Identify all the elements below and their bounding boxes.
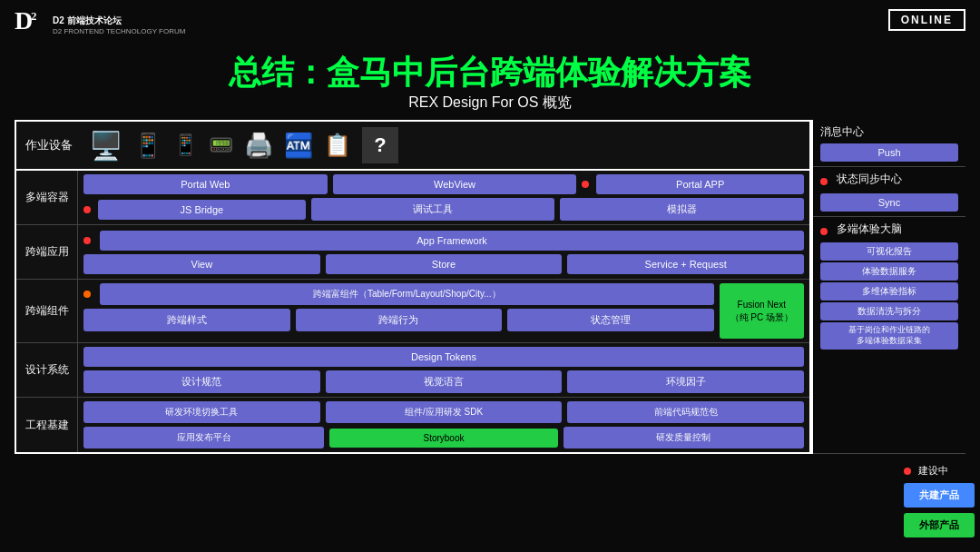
section-label-duoduan: 多端容器: [16, 171, 78, 224]
view-btn[interactable]: View: [83, 254, 320, 274]
section-content-duoduan: Portal Web WebView Portal APP JS Bridge …: [78, 171, 809, 224]
env-factor-btn[interactable]: 环境因子: [567, 370, 804, 393]
btn-row-2: JS Bridge 调试工具 模拟器: [83, 198, 804, 221]
device-row-label: 作业设备: [25, 137, 80, 153]
logo-line1: D2 前端技术论坛: [53, 15, 185, 27]
right-sync-title: 状态同步中心: [837, 172, 902, 187]
kiosk-icon: 🏧: [284, 132, 313, 160]
dot-building: [904, 468, 911, 475]
webview-btn[interactable]: WebView: [333, 174, 577, 194]
state-mgmt-btn[interactable]: 状态管理: [507, 309, 714, 331]
debug-tool-btn[interactable]: 调试工具: [311, 198, 555, 221]
fusion-next-btn[interactable]: Fusion Next（纯 PC 场景）: [720, 283, 804, 339]
btn-row-eng-1: 研发环境切换工具 组件/应用研发 SDK 前端代码规范包: [83, 401, 804, 423]
portal-app-btn[interactable]: Portal APP: [596, 174, 804, 194]
section-content-design: Design Tokens 设计规范 视觉语言 环境因子: [78, 343, 809, 397]
quality-control-btn[interactable]: 研发质量控制: [564, 427, 804, 448]
dot-rich-comp: [83, 291, 91, 298]
logo-d2: D 2: [15, 7, 47, 42]
main-grid: 作业设备 🖥️ 📱 📱 📟 🖨️ 🏧 📋 ?: [15, 120, 811, 454]
dot-portal-app: [582, 181, 589, 188]
device-row: 作业设备 🖥️ 📱 📱 📟 🖨️ 🏧 📋 ?: [16, 122, 809, 171]
btn-row-app-framework: App Framework: [83, 231, 804, 251]
far-right-sidebar: 建设中 共建产品 外部产品: [898, 0, 980, 552]
section-kuaduan-yingyong: 跨端应用 App Framework View Store Service + …: [16, 225, 809, 280]
sub-title: REX Design For OS 概览: [0, 94, 980, 113]
question-icon: ?: [362, 127, 398, 163]
section-label-design: 设计系统: [16, 343, 78, 397]
design-spec-btn[interactable]: 设计规范: [83, 370, 320, 393]
btn-row-design-tokens: Design Tokens: [83, 347, 804, 367]
section-kuaduan-zujian: 跨端组件 跨端富组件（Table/Form/Layout/Shop/City..…: [16, 280, 809, 343]
co-build-btn[interactable]: 共建产品: [904, 483, 975, 508]
js-bridge-btn[interactable]: JS Bridge: [98, 200, 306, 220]
right-brain-title: 多端体验大脑: [837, 222, 902, 237]
btn-row-eng-2: 应用发布平台 Storybook 研发质量控制: [83, 427, 804, 448]
device-icons: 🖥️ 📱 📱 📟 🖨️ 🏧 📋 ?: [89, 127, 800, 163]
section-duoduan-rong: 多端容器 Portal Web WebView Portal APP JS Br…: [16, 171, 809, 225]
service-request-btn[interactable]: Service + Request: [567, 254, 804, 274]
btn-row-vss: View Store Service + Request: [83, 254, 804, 274]
building-text: 建设中: [918, 464, 948, 478]
external-product-btn[interactable]: 外部产品: [904, 513, 975, 537]
section-content-engineering: 研发环境切换工具 组件/应用研发 SDK 前端代码规范包 应用发布平台 Stor…: [78, 398, 809, 452]
tablet-icon: 📱: [133, 132, 162, 160]
env-switch-btn[interactable]: 研发环境切换工具: [83, 401, 320, 423]
svg-text:2: 2: [31, 9, 37, 23]
btn-row-design-detail: 设计规范 视觉语言 环境因子: [83, 370, 804, 393]
logo-line2: D2 FRONTEND TECHNOLOGY FORUM: [53, 27, 185, 35]
portal-web-btn[interactable]: Portal Web: [83, 174, 328, 194]
publish-platform-btn[interactable]: 应用发布平台: [83, 427, 324, 448]
section-content-kuaduan-comp: 跨端富组件（Table/Form/Layout/Shop/City...） 跨端…: [78, 280, 809, 342]
storybook-btn[interactable]: Storybook: [329, 429, 557, 448]
section-design: 设计系统 Design Tokens 设计规范 视觉语言 环境因子: [16, 343, 809, 398]
phone-icon: 📱: [173, 133, 198, 157]
app-framework-btn[interactable]: App Framework: [100, 231, 804, 251]
cross-style-btn[interactable]: 跨端样式: [83, 309, 290, 331]
logo-area: D 2 D2 前端技术论坛 D2 FRONTEND TECHNOLOGY FOR…: [15, 7, 185, 42]
btn-row-rich-comp: 跨端富组件（Table/Form/Layout/Shop/City...）: [83, 283, 714, 305]
rich-comp-btn[interactable]: 跨端富组件（Table/Form/Layout/Shop/City...）: [100, 283, 714, 305]
section-label-kuaduan-comp: 跨端组件: [16, 280, 78, 342]
visual-lang-btn[interactable]: 视觉语言: [326, 370, 563, 393]
tablet2-icon: 📋: [324, 133, 351, 158]
store-btn[interactable]: Store: [326, 254, 563, 274]
dot-app-framework: [83, 237, 91, 244]
section-label-engineering: 工程基建: [16, 398, 78, 452]
content-area: 作业设备 🖥️ 📱 📱 📟 🖨️ 🏧 📋 ?: [15, 120, 965, 454]
section-engineering: 工程基建 研发环境切换工具 组件/应用研发 SDK 前端代码规范包 应用发布平台…: [16, 398, 809, 452]
dot-sync: [820, 178, 828, 185]
section-content-kuaduan-app: App Framework View Store Service + Reque…: [78, 225, 809, 279]
design-tokens-btn[interactable]: Design Tokens: [83, 347, 804, 367]
code-spec-btn[interactable]: 前端代码规范包: [567, 401, 804, 423]
building-label: 建设中: [904, 464, 975, 478]
main-title: 总结：盒马中后台跨端体验解决方案: [0, 53, 980, 92]
dot-jsbridge: [83, 206, 91, 213]
cross-behavior-btn[interactable]: 跨端行为: [296, 309, 503, 331]
comp-sdk-btn[interactable]: 组件/应用研发 SDK: [326, 401, 563, 423]
btn-row-1: Portal Web WebView Portal APP: [83, 174, 804, 194]
section-label-kuaduan-app: 跨端应用: [16, 225, 78, 279]
handheld-icon: 📟: [209, 133, 233, 157]
header: D 2 D2 前端技术论坛 D2 FRONTEND TECHNOLOGY FOR…: [0, 0, 980, 49]
simulator-btn[interactable]: 模拟器: [560, 198, 804, 221]
pos-icon: 🖨️: [244, 132, 273, 160]
monitor-icon: 🖥️: [89, 130, 122, 162]
dot-brain: [820, 228, 828, 235]
btn-row-comp-detail: 跨端样式 跨端行为 状态管理: [83, 309, 714, 331]
